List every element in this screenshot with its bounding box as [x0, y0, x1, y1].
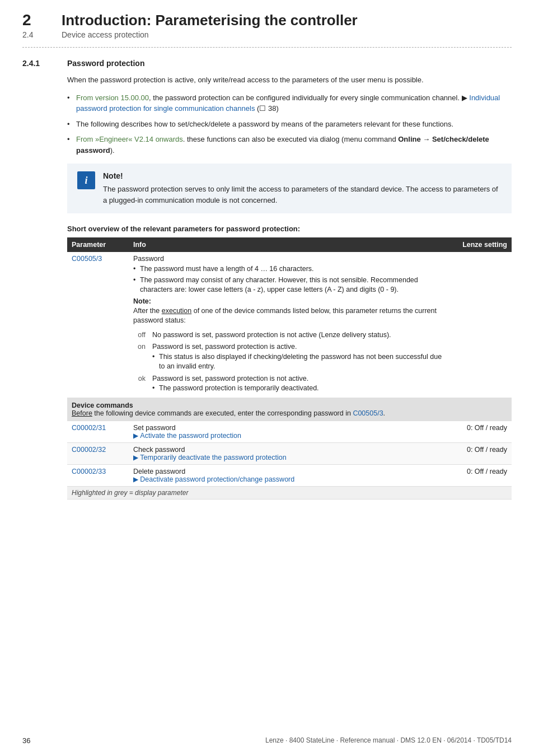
deactivate-link[interactable]: Deactivate password protection/change pa… [140, 475, 294, 483]
table-row: C00002/32 Check password ▶ Temporarily d… [67, 442, 512, 464]
info-cell: Set password ▶ Activate the password pro… [129, 421, 450, 442]
cmd-title: Check password [133, 446, 446, 454]
param-link[interactable]: C00505/3 [72, 255, 102, 263]
lenze-cell: 0: Off / ready [450, 442, 512, 464]
status-row-on: on Password is set, password protection … [133, 341, 446, 373]
section-heading: 2.4.1 Password protection [22, 59, 512, 68]
list-item: From version 15.00.00, the password prot… [67, 92, 512, 114]
cmd-title: Set password [133, 424, 446, 432]
engineer-link[interactable]: From »Engineer« V2.14 onwards [76, 135, 183, 143]
content-area: When the password protection is active, … [67, 74, 512, 500]
temporarily-deactivate-link[interactable]: Temporarily deactivate the password prot… [140, 454, 286, 461]
status-desc: No password is set, password protection … [150, 329, 446, 342]
col-header-info: Info [129, 237, 450, 252]
device-commands-cell: Device commands Before the following dev… [67, 398, 512, 421]
status-desc: Password is set, password protection is … [150, 341, 446, 373]
note-label: Note: [133, 297, 446, 305]
cmd-title: Delete password [133, 468, 446, 475]
password-label: Password [133, 255, 446, 263]
status-row-off: off No password is set, password protect… [133, 329, 446, 342]
list-item: The following describes how to set/check… [67, 119, 512, 130]
lenze-cell: 0: Off / ready [450, 464, 512, 486]
param-link[interactable]: C00002/33 [72, 468, 106, 475]
note-text: The password protection serves to only l… [103, 184, 502, 206]
status-sub-table: off No password is set, password protect… [133, 329, 446, 395]
activate-link[interactable]: Activate the password protection [140, 432, 241, 440]
params-table: Parameter Info Lenze setting C00505/3 Pa… [67, 237, 512, 500]
page-header: 2 Introduction: Parameterising the contr… [22, 11, 512, 39]
device-commands-label: Device commands [72, 402, 133, 409]
page-footer: 36 Lenze · 8400 StateLine · Reference ma… [0, 736, 534, 745]
table-footer-note: Highlighted in grey = display parameter [67, 486, 512, 499]
info-cell: Delete password ▶ Deactivate password pr… [129, 464, 450, 486]
version-link[interactable]: From version 15.00.00 [76, 94, 149, 102]
status-label: ok [133, 373, 150, 395]
device-commands-note: Before the following device commands are… [72, 409, 385, 417]
info-cell: Check password ▶ Temporarily deactivate … [129, 442, 450, 464]
cmd-link: ▶ Activate the password protection [133, 432, 446, 440]
intro-text: When the password protection is active, … [67, 74, 512, 86]
status-label: on [133, 341, 150, 373]
note-content: Note! The password protection serves to … [103, 171, 502, 206]
cmd-link: ▶ Temporarily deactivate the password pr… [133, 454, 446, 461]
note-title: Note! [103, 171, 502, 180]
list-item: From »Engineer« V2.14 onwards. these fun… [67, 134, 512, 156]
table-row: C00505/3 Password •The password must hav… [67, 252, 512, 398]
lenze-cell [450, 252, 512, 398]
section-title: Password protection [67, 59, 144, 68]
subchapter-title: Device access protection [62, 30, 149, 39]
footer-text: Lenze · 8400 StateLine · Reference manua… [265, 736, 512, 745]
param-cell: C00505/3 [67, 252, 129, 398]
param-link[interactable]: C00002/31 [72, 424, 106, 432]
param-link[interactable]: C00002/32 [72, 446, 106, 454]
status-desc: Password is set, password protection is … [150, 373, 446, 395]
bullet-item: •The password must have a length of 4 … … [133, 264, 446, 274]
table-row: C00002/33 Delete password ▶ Deactivate p… [67, 464, 512, 486]
info-cell: Password •The password must have a lengt… [129, 252, 450, 398]
section-number: 2.4.1 [22, 59, 56, 68]
overview-label: Short overview of the relevant parameter… [67, 225, 512, 233]
status-label: off [133, 329, 150, 342]
col-header-lenze: Lenze setting [450, 237, 512, 252]
page-number: 36 [22, 736, 30, 745]
table-row: C00002/31 Set password ▶ Activate the pa… [67, 421, 512, 442]
param-cell: C00002/31 [67, 421, 129, 442]
chapter-title: Introduction: Parameterising the control… [62, 12, 358, 29]
table-footer-row: Highlighted in grey = display parameter [67, 486, 512, 499]
col-header-parameter: Parameter [67, 237, 129, 252]
lenze-cell: 0: Off / ready [450, 421, 512, 442]
device-commands-row: Device commands Before the following dev… [67, 398, 512, 421]
note-box: i Note! The password protection serves t… [67, 164, 512, 213]
param-cell: C00002/33 [67, 464, 129, 486]
chapter-number: 2 [22, 11, 45, 29]
separator [22, 47, 512, 48]
bullet-item: •The password may consist of any charact… [133, 276, 446, 295]
info-icon: i [77, 171, 95, 189]
note-execution: After the execution of one of the device… [133, 306, 446, 326]
cmd-link: ▶ Deactivate password protection/change … [133, 475, 446, 483]
status-row-ok: ok Password is set, password protection … [133, 373, 446, 395]
param-cell: C00002/32 [67, 442, 129, 464]
param-ref-link[interactable]: C00505/3 [353, 409, 383, 417]
bullet-list: From version 15.00.00, the password prot… [67, 92, 512, 156]
subchapter-number: 2.4 [22, 30, 45, 39]
